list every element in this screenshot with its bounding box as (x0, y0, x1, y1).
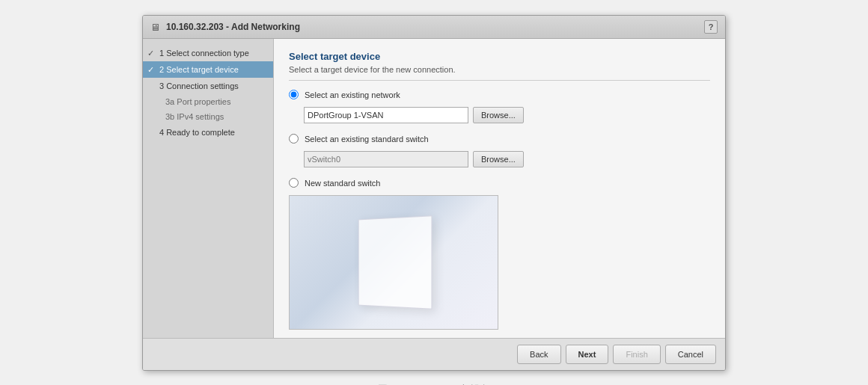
back-button[interactable]: Back (517, 345, 560, 364)
check-icon-step1: ✓ (147, 49, 154, 58)
dialog-body: ✓ 1 Select connection type ✓ 2 Select ta… (143, 39, 725, 338)
sidebar-item-step2[interactable]: ✓ 2 Select target device (143, 61, 273, 78)
main-content: Select target device Select a target dev… (274, 39, 725, 338)
dialog-title: 10.160.32.203 - Add Networking (166, 22, 300, 32)
sidebar-item-step3a[interactable]: 3a Port properties (143, 94, 273, 109)
sidebar-item-step3[interactable]: 3 Connection settings (143, 78, 273, 94)
sidebar-label-step3: 3 Connection settings (159, 81, 239, 90)
dialog-icon: 🖥 (150, 22, 160, 33)
input-existing-switch[interactable] (304, 151, 468, 167)
finish-button[interactable]: Finish (613, 345, 660, 364)
sidebar-label-step3a: 3a Port properties (165, 97, 230, 106)
sidebar-item-step3b[interactable]: 3b IPv4 settings (143, 109, 273, 124)
sidebar-item-step1[interactable]: ✓ 1 Select connection type (143, 45, 273, 61)
section-title: Select target device (289, 51, 710, 62)
dialog-titlebar: 🖥 10.160.32.203 - Add Networking ? (143, 16, 725, 39)
cancel-button[interactable]: Cancel (665, 345, 716, 364)
option-existing-network-row: Select an existing network (289, 90, 710, 99)
sidebar-label-step3b: 3b IPv4 settings (165, 112, 224, 121)
input-browse-existing-network: Browse... (304, 107, 710, 123)
label-existing-network[interactable]: Select an existing network (305, 90, 400, 99)
dialog: 🖥 10.160.32.203 - Add Networking ? ✓ 1 S… (142, 15, 726, 371)
input-existing-network[interactable] (304, 107, 468, 123)
dialog-wrapper: 🖥 10.160.32.203 - Add Networking ? ✓ 1 S… (142, 15, 726, 385)
dialog-footer: Back Next Finish Cancel (143, 338, 725, 370)
sidebar-label-step2: 2 Select target device (159, 65, 239, 74)
next-button[interactable]: Next (566, 345, 609, 364)
preview-area (289, 195, 498, 330)
sidebar-label-step1: 1 Select connection type (159, 49, 249, 58)
sidebar-item-step4[interactable]: 4 Ready to complete (143, 124, 273, 141)
radio-new-switch[interactable] (289, 178, 299, 188)
radio-existing-switch[interactable] (289, 134, 299, 144)
preview-shape (358, 215, 433, 309)
label-new-switch[interactable]: New standard switch (305, 179, 381, 188)
sidebar: ✓ 1 Select connection type ✓ 2 Select ta… (143, 39, 274, 338)
browse-existing-switch-button[interactable]: Browse... (473, 151, 524, 167)
input-browse-existing-switch: Browse... (304, 151, 710, 167)
titlebar-left: 🖥 10.160.32.203 - Add Networking (150, 22, 300, 33)
option-new-switch-row: New standard switch (289, 178, 710, 188)
sidebar-label-step4: 4 Ready to complete (159, 128, 235, 137)
check-icon-step2: ✓ (147, 65, 154, 75)
section-subtitle: Select a target device for the new conne… (289, 65, 710, 81)
option-existing-switch-row: Select an existing standard switch (289, 134, 710, 144)
browse-existing-network-button[interactable]: Browse... (473, 107, 524, 123)
radio-existing-network[interactable] (289, 90, 299, 99)
label-existing-switch[interactable]: Select an existing standard switch (305, 135, 429, 144)
help-button[interactable]: ? (704, 20, 718, 34)
